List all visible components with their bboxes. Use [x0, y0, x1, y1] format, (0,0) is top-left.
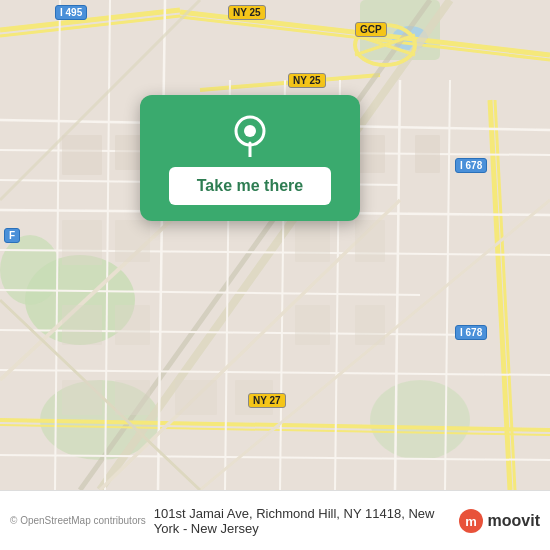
- copyright-text: © OpenStreetMap contributors: [10, 515, 146, 526]
- svg-rect-59: [115, 380, 150, 415]
- svg-rect-50: [62, 220, 102, 265]
- moovit-brand-text: moovit: [488, 512, 540, 530]
- svg-rect-52: [295, 220, 330, 262]
- svg-rect-49: [415, 135, 440, 173]
- address-text: 101st Jamai Ave, Richmond Hill, NY 11418…: [154, 506, 452, 536]
- moovit-logo: m moovit: [458, 508, 540, 534]
- svg-rect-58: [62, 380, 102, 415]
- svg-rect-60: [175, 380, 217, 415]
- moovit-brand-icon: m: [458, 508, 484, 534]
- location-card: Take me there: [140, 95, 360, 221]
- bottom-bar: © OpenStreetMap contributors 101st Jamai…: [0, 490, 550, 550]
- road-badge-i495: I 495: [55, 5, 87, 20]
- map-container: I 495 NY 25 GCP NY 25 I 678 I 678 NY 27 …: [0, 0, 550, 490]
- svg-text:m: m: [465, 514, 477, 529]
- road-badge-ny25-top: NY 25: [228, 5, 266, 20]
- svg-rect-54: [62, 305, 102, 345]
- svg-rect-55: [115, 305, 150, 345]
- road-badge-i678-lower: I 678: [455, 325, 487, 340]
- map-svg: [0, 0, 550, 490]
- svg-point-2: [0, 235, 60, 305]
- road-badge-gcp: GCP: [355, 22, 387, 37]
- road-badge-ny25-mid: NY 25: [288, 73, 326, 88]
- road-badge-i678-upper: I 678: [455, 158, 487, 173]
- road-badge-f: F: [4, 228, 20, 243]
- svg-point-5: [370, 380, 470, 460]
- location-pin-icon: [228, 113, 272, 157]
- svg-rect-53: [355, 220, 385, 262]
- svg-rect-56: [295, 305, 330, 345]
- take-me-there-button[interactable]: Take me there: [169, 167, 331, 205]
- svg-rect-43: [62, 135, 102, 175]
- svg-point-63: [244, 125, 256, 137]
- svg-rect-57: [355, 305, 385, 345]
- road-badge-ny27: NY 27: [248, 393, 286, 408]
- svg-rect-51: [115, 220, 150, 262]
